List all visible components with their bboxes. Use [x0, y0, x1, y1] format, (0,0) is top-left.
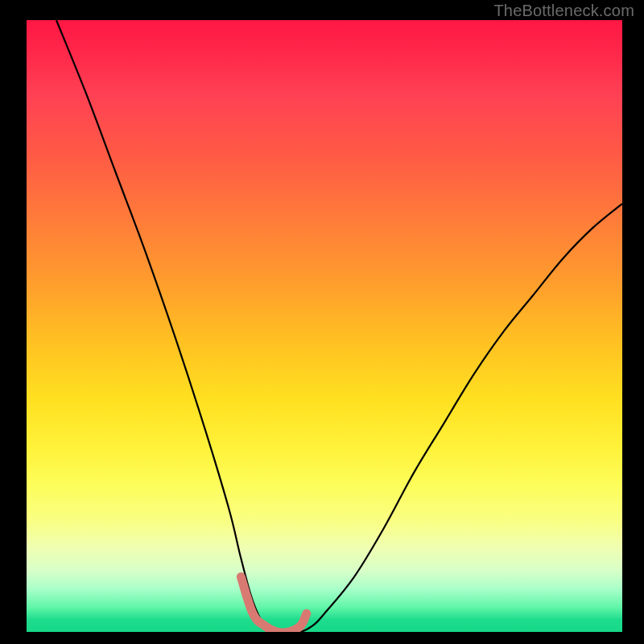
optimal-range-marker [241, 577, 306, 632]
watermark-text: TheBottleneck.com [493, 2, 634, 20]
chart-overlay [27, 20, 622, 632]
chart-frame: TheBottleneck.com [0, 0, 644, 644]
plot-area [27, 20, 622, 632]
bottleneck-curve [56, 20, 622, 632]
